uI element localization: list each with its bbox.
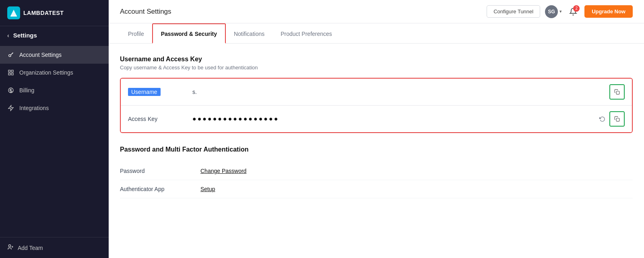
username-section-title: Username and Access Key bbox=[120, 56, 633, 63]
sidebar-item-integrations[interactable]: Integrations bbox=[0, 99, 109, 117]
sidebar-item-account-settings[interactable]: Account Settings bbox=[0, 46, 109, 64]
sidebar-bottom: Add Team bbox=[0, 237, 109, 258]
username-section-subtitle: Copy username & Access Key to be used fo… bbox=[120, 64, 633, 71]
credentials-box: Username s. Access Ke bbox=[120, 78, 633, 133]
settings-header[interactable]: ‹ Settings bbox=[0, 26, 109, 44]
settings-label: Settings bbox=[13, 32, 37, 39]
copy-icon-2 bbox=[614, 116, 620, 122]
authenticator-label: Authenticator App bbox=[120, 186, 200, 192]
svg-rect-5 bbox=[11, 73, 13, 75]
configure-tunnel-button[interactable]: Configure Tunnel bbox=[487, 5, 540, 18]
account-settings-label: Account Settings bbox=[19, 52, 62, 58]
header-right: Configure Tunnel SG ▾ 2 Upgrade Now bbox=[487, 5, 633, 18]
chart-icon bbox=[7, 69, 14, 76]
tabs-bar: Profile Password & Security Notification… bbox=[109, 23, 644, 44]
tab-product-preferences[interactable]: Product Preferences bbox=[272, 24, 340, 44]
copy-username-button[interactable] bbox=[610, 85, 624, 99]
password-label: Password bbox=[120, 168, 200, 174]
username-row: Username s. bbox=[121, 79, 632, 106]
copy-access-key-button[interactable] bbox=[610, 112, 624, 126]
back-arrow-icon: ‹ bbox=[7, 32, 9, 39]
upgrade-button[interactable]: Upgrade Now bbox=[584, 5, 633, 18]
username-label-highlighted: Username bbox=[128, 88, 161, 96]
dollar-icon bbox=[7, 87, 14, 94]
organization-settings-label: Organization Settings bbox=[19, 69, 73, 76]
logo-text: LAMBDATEST bbox=[23, 10, 64, 16]
rocket-icon bbox=[7, 104, 14, 112]
tab-password-security[interactable]: Password & Security bbox=[152, 23, 226, 44]
change-password-link[interactable]: Change Password bbox=[200, 168, 246, 174]
copy-access-key-wrapper bbox=[609, 111, 625, 127]
password-row: Password Change Password bbox=[120, 162, 633, 180]
chevron-down-icon: ▾ bbox=[559, 9, 562, 14]
page-title: Account Settings bbox=[120, 8, 171, 16]
access-key-label: Access Key bbox=[128, 116, 192, 122]
add-team-label: Add Team bbox=[18, 245, 43, 251]
add-team-item[interactable]: Add Team bbox=[7, 244, 101, 252]
authenticator-row: Authenticator App Setup bbox=[120, 180, 633, 198]
refresh-icon bbox=[599, 116, 605, 122]
top-header: Account Settings Configure Tunnel SG ▾ 2… bbox=[109, 0, 644, 23]
sidebar-logo: LAMBDATEST bbox=[0, 0, 109, 26]
username-label: Username bbox=[128, 89, 192, 95]
sidebar-item-billing[interactable]: Billing bbox=[0, 81, 109, 99]
access-key-value: ●●●●●●●●●●●●●●●●● bbox=[192, 115, 597, 123]
notification-badge: 2 bbox=[573, 5, 580, 12]
content-area: Username and Access Key Copy username & … bbox=[109, 44, 644, 258]
copy-icon bbox=[614, 89, 620, 95]
notification-button[interactable]: 2 bbox=[567, 5, 580, 18]
svg-rect-4 bbox=[8, 73, 10, 75]
svg-rect-2 bbox=[8, 70, 10, 72]
username-value: s. bbox=[192, 89, 609, 95]
access-key-row: Access Key ●●●●●●●●●●●●●●●●● bbox=[121, 106, 632, 132]
svg-rect-8 bbox=[616, 91, 619, 94]
password-section-title: Password and Multi Factor Authentication bbox=[120, 146, 633, 153]
access-key-actions bbox=[597, 111, 625, 127]
billing-label: Billing bbox=[19, 87, 34, 94]
svg-rect-3 bbox=[11, 70, 13, 72]
tab-notifications[interactable]: Notifications bbox=[226, 24, 272, 44]
main-content: Account Settings Configure Tunnel SG ▾ 2… bbox=[109, 0, 644, 258]
sidebar: LAMBDATEST ‹ Settings Account Settings O… bbox=[0, 0, 109, 258]
username-copy-actions bbox=[609, 84, 625, 100]
svg-point-7 bbox=[8, 245, 10, 247]
sidebar-nav: Account Settings Organization Settings B… bbox=[0, 44, 109, 237]
tab-profile[interactable]: Profile bbox=[120, 24, 152, 44]
svg-point-1 bbox=[9, 54, 11, 56]
refresh-access-key-button[interactable] bbox=[597, 113, 608, 125]
add-team-icon bbox=[7, 244, 14, 252]
integrations-label: Integrations bbox=[19, 105, 49, 111]
user-avatar[interactable]: SG ▾ bbox=[545, 5, 562, 18]
copy-buttons-wrapper bbox=[609, 84, 625, 100]
svg-rect-9 bbox=[616, 118, 619, 121]
lambdatest-logo-icon bbox=[7, 6, 20, 19]
access-key-dots: ●●●●●●●●●●●●●●●●● bbox=[192, 115, 279, 123]
key-icon bbox=[7, 51, 14, 58]
avatar-initials: SG bbox=[545, 5, 558, 18]
setup-authenticator-link[interactable]: Setup bbox=[200, 186, 215, 192]
sidebar-item-organization-settings[interactable]: Organization Settings bbox=[0, 64, 109, 81]
